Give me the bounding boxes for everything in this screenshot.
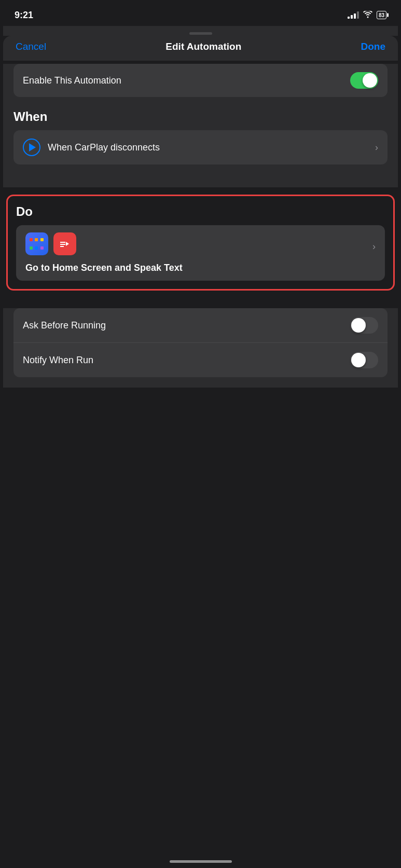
do-action-label: Go to Home Screen and Speak Text [25, 263, 376, 273]
do-section-header: Do [16, 204, 385, 219]
battery-icon: 83 [377, 11, 386, 19]
play-icon [29, 143, 36, 151]
home-screen-icon [25, 232, 48, 255]
enable-automation-toggle[interactable] [350, 72, 378, 89]
status-time: 9:21 [15, 10, 33, 21]
status-bar: 9:21 83 [0, 0, 401, 26]
ask-before-running-row[interactable]: Ask Before Running [13, 308, 388, 342]
ask-before-running-label: Ask Before Running [23, 320, 106, 331]
ask-before-running-toggle[interactable] [350, 317, 378, 334]
main-content: Enable This Automation When When CarPlay… [3, 64, 398, 187]
do-section: Do [6, 195, 395, 291]
chevron-right-icon: › [375, 142, 378, 153]
do-action-row[interactable]: › Go to Home Screen and Speak Text [16, 225, 385, 281]
home-indicator [170, 860, 232, 863]
cancel-button[interactable]: Cancel [16, 41, 46, 52]
signal-bars-icon [348, 11, 359, 19]
speak-text-icon [53, 232, 76, 255]
done-button[interactable]: Done [361, 41, 386, 52]
notify-when-run-label: Notify When Run [23, 355, 93, 366]
do-action-icons [25, 232, 76, 255]
do-chevron-right-icon: › [372, 241, 376, 252]
when-section-header: When [3, 109, 398, 130]
toggle-track [350, 72, 378, 89]
enable-automation-label: Enable This Automation [23, 75, 121, 86]
wifi-icon [363, 11, 372, 20]
notify-toggle-thumb [351, 353, 366, 367]
notify-when-run-row[interactable]: Notify When Run [13, 342, 388, 377]
when-trigger-row[interactable]: When CarPlay disconnects › [13, 130, 388, 164]
toggle-thumb [363, 73, 377, 88]
nav-bar: Cancel Edit Automation Done [3, 36, 398, 61]
settings-section: Ask Before Running Notify When Run [3, 308, 398, 388]
enable-automation-row[interactable]: Enable This Automation [13, 64, 388, 97]
page-title: Edit Automation [165, 41, 241, 52]
trigger-text: When CarPlay disconnects [48, 142, 375, 153]
notify-when-run-toggle[interactable] [350, 352, 378, 368]
notify-toggle-track [350, 352, 378, 368]
settings-card: Ask Before Running Notify When Run [13, 308, 388, 377]
carplay-icon [23, 139, 40, 156]
ask-toggle-track [350, 317, 378, 334]
status-icons: 83 [348, 11, 386, 20]
ask-toggle-thumb [351, 318, 366, 333]
